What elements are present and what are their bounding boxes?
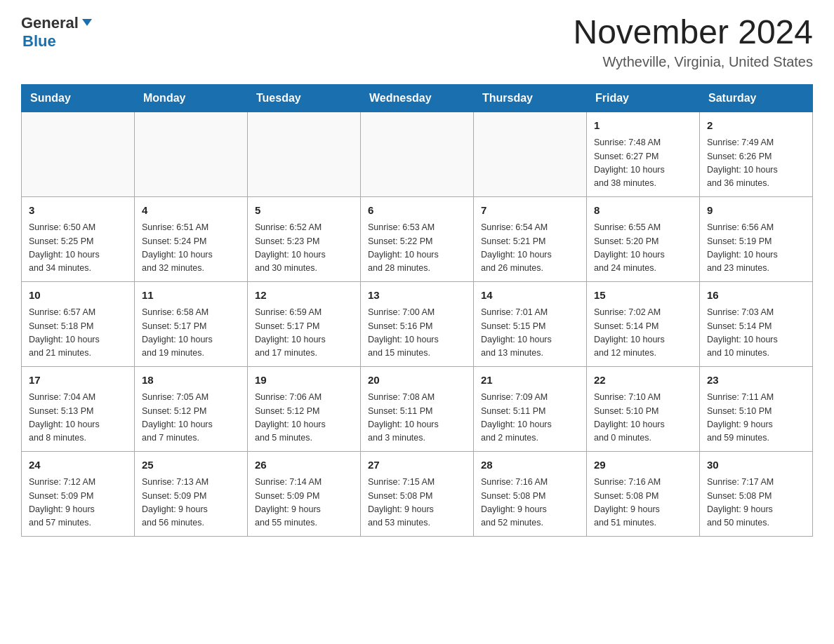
day-info: Sunrise: 6:55 AMSunset: 5:20 PMDaylight:…: [594, 221, 692, 276]
calendar-table: Sunday Monday Tuesday Wednesday Thursday…: [21, 84, 813, 537]
table-row: 12Sunrise: 6:59 AMSunset: 5:17 PMDayligh…: [248, 281, 361, 366]
day-number: 23: [707, 373, 805, 389]
day-number: 11: [142, 288, 240, 304]
table-row: 16Sunrise: 7:03 AMSunset: 5:14 PMDayligh…: [700, 281, 813, 366]
table-row: 3Sunrise: 6:50 AMSunset: 5:25 PMDaylight…: [22, 196, 135, 281]
table-row: [361, 112, 474, 196]
table-row: 10Sunrise: 6:57 AMSunset: 5:18 PMDayligh…: [22, 281, 135, 366]
day-info: Sunrise: 6:54 AMSunset: 5:21 PMDaylight:…: [481, 221, 579, 276]
day-info: Sunrise: 6:59 AMSunset: 5:17 PMDaylight:…: [255, 306, 353, 361]
header-sunday: Sunday: [22, 84, 135, 112]
table-row: [135, 112, 248, 196]
day-number: 24: [29, 457, 127, 474]
table-row: 11Sunrise: 6:58 AMSunset: 5:17 PMDayligh…: [135, 281, 248, 366]
day-number: 2: [707, 118, 805, 134]
table-row: 18Sunrise: 7:05 AMSunset: 5:12 PMDayligh…: [135, 366, 248, 451]
day-number: 7: [481, 203, 579, 219]
table-row: 5Sunrise: 6:52 AMSunset: 5:23 PMDaylight…: [248, 196, 361, 281]
day-info: Sunrise: 7:17 AMSunset: 5:08 PMDaylight:…: [707, 476, 805, 530]
header-monday: Monday: [135, 84, 248, 112]
week-row-4: 17Sunrise: 7:04 AMSunset: 5:13 PMDayligh…: [22, 366, 813, 451]
table-row: 23Sunrise: 7:11 AMSunset: 5:10 PMDayligh…: [700, 366, 813, 451]
table-row: 8Sunrise: 6:55 AMSunset: 5:20 PMDaylight…: [587, 196, 700, 281]
week-row-1: 1Sunrise: 7:48 AMSunset: 6:27 PMDaylight…: [22, 112, 813, 196]
calendar-title: November 2024: [573, 14, 813, 51]
week-row-3: 10Sunrise: 6:57 AMSunset: 5:18 PMDayligh…: [22, 281, 813, 366]
table-row: 13Sunrise: 7:00 AMSunset: 5:16 PMDayligh…: [361, 281, 474, 366]
header-saturday: Saturday: [700, 84, 813, 112]
table-row: 22Sunrise: 7:10 AMSunset: 5:10 PMDayligh…: [587, 366, 700, 451]
day-info: Sunrise: 6:52 AMSunset: 5:23 PMDaylight:…: [255, 221, 353, 276]
day-number: 6: [368, 203, 466, 219]
day-number: 25: [142, 457, 240, 474]
day-info: Sunrise: 7:01 AMSunset: 5:15 PMDaylight:…: [481, 306, 579, 361]
table-row: 30Sunrise: 7:17 AMSunset: 5:08 PMDayligh…: [700, 451, 813, 536]
day-number: 15: [594, 288, 692, 304]
calendar-subtitle: Wytheville, Virginia, United States: [573, 54, 813, 70]
table-row: 27Sunrise: 7:15 AMSunset: 5:08 PMDayligh…: [361, 451, 474, 536]
week-row-5: 24Sunrise: 7:12 AMSunset: 5:09 PMDayligh…: [22, 451, 813, 536]
day-number: 17: [29, 373, 127, 389]
day-number: 5: [255, 203, 353, 219]
header-thursday: Thursday: [474, 84, 587, 112]
day-info: Sunrise: 7:49 AMSunset: 6:26 PMDaylight:…: [707, 136, 805, 191]
day-info: Sunrise: 7:16 AMSunset: 5:08 PMDaylight:…: [481, 476, 579, 530]
day-number: 14: [481, 288, 579, 304]
table-row: 1Sunrise: 7:48 AMSunset: 6:27 PMDaylight…: [587, 112, 700, 196]
day-number: 9: [707, 203, 805, 219]
table-row: 26Sunrise: 7:14 AMSunset: 5:09 PMDayligh…: [248, 451, 361, 536]
day-info: Sunrise: 7:10 AMSunset: 5:10 PMDaylight:…: [594, 391, 692, 445]
day-info: Sunrise: 7:09 AMSunset: 5:11 PMDaylight:…: [481, 391, 579, 445]
day-info: Sunrise: 6:57 AMSunset: 5:18 PMDaylight:…: [29, 306, 127, 361]
day-number: 29: [594, 457, 692, 474]
day-info: Sunrise: 7:03 AMSunset: 5:14 PMDaylight:…: [707, 306, 805, 361]
day-info: Sunrise: 6:56 AMSunset: 5:19 PMDaylight:…: [707, 221, 805, 276]
svg-marker-0: [82, 19, 92, 26]
day-info: Sunrise: 7:04 AMSunset: 5:13 PMDaylight:…: [29, 391, 127, 445]
table-row: [474, 112, 587, 196]
day-info: Sunrise: 7:08 AMSunset: 5:11 PMDaylight:…: [368, 391, 466, 445]
day-number: 3: [29, 203, 127, 219]
day-info: Sunrise: 7:12 AMSunset: 5:09 PMDaylight:…: [29, 476, 127, 530]
day-number: 1: [594, 118, 692, 134]
table-row: 7Sunrise: 6:54 AMSunset: 5:21 PMDaylight…: [474, 196, 587, 281]
day-info: Sunrise: 7:05 AMSunset: 5:12 PMDaylight:…: [142, 391, 240, 445]
table-row: 24Sunrise: 7:12 AMSunset: 5:09 PMDayligh…: [22, 451, 135, 536]
day-info: Sunrise: 6:51 AMSunset: 5:24 PMDaylight:…: [142, 221, 240, 276]
day-number: 12: [255, 288, 353, 304]
day-number: 22: [594, 373, 692, 389]
day-number: 30: [707, 457, 805, 474]
logo-blue: Blue: [22, 32, 93, 51]
table-row: 6Sunrise: 6:53 AMSunset: 5:22 PMDaylight…: [361, 196, 474, 281]
day-info: Sunrise: 7:15 AMSunset: 5:08 PMDaylight:…: [368, 476, 466, 530]
table-row: [22, 112, 135, 196]
day-info: Sunrise: 7:13 AMSunset: 5:09 PMDaylight:…: [142, 476, 240, 530]
table-row: 4Sunrise: 6:51 AMSunset: 5:24 PMDaylight…: [135, 196, 248, 281]
day-number: 27: [368, 457, 466, 474]
day-number: 4: [142, 203, 240, 219]
table-row: 20Sunrise: 7:08 AMSunset: 5:11 PMDayligh…: [361, 366, 474, 451]
day-info: Sunrise: 7:06 AMSunset: 5:12 PMDaylight:…: [255, 391, 353, 445]
table-row: 2Sunrise: 7:49 AMSunset: 6:26 PMDaylight…: [700, 112, 813, 196]
day-number: 16: [707, 288, 805, 304]
day-info: Sunrise: 7:48 AMSunset: 6:27 PMDaylight:…: [594, 136, 692, 191]
day-info: Sunrise: 7:14 AMSunset: 5:09 PMDaylight:…: [255, 476, 353, 530]
page-header: General Blue November 2024 Wytheville, V…: [21, 14, 813, 70]
table-row: 29Sunrise: 7:16 AMSunset: 5:08 PMDayligh…: [587, 451, 700, 536]
header-tuesday: Tuesday: [248, 84, 361, 112]
table-row: 17Sunrise: 7:04 AMSunset: 5:13 PMDayligh…: [22, 366, 135, 451]
table-row: 21Sunrise: 7:09 AMSunset: 5:11 PMDayligh…: [474, 366, 587, 451]
table-row: 9Sunrise: 6:56 AMSunset: 5:19 PMDaylight…: [700, 196, 813, 281]
day-number: 10: [29, 288, 127, 304]
header-friday: Friday: [587, 84, 700, 112]
weekday-header-row: Sunday Monday Tuesday Wednesday Thursday…: [22, 84, 813, 112]
day-number: 13: [368, 288, 466, 304]
day-number: 8: [594, 203, 692, 219]
table-row: 15Sunrise: 7:02 AMSunset: 5:14 PMDayligh…: [587, 281, 700, 366]
table-row: 28Sunrise: 7:16 AMSunset: 5:08 PMDayligh…: [474, 451, 587, 536]
day-number: 28: [481, 457, 579, 474]
day-number: 20: [368, 373, 466, 389]
table-row: 25Sunrise: 7:13 AMSunset: 5:09 PMDayligh…: [135, 451, 248, 536]
logo-arrow-icon: [81, 16, 93, 32]
day-number: 18: [142, 373, 240, 389]
